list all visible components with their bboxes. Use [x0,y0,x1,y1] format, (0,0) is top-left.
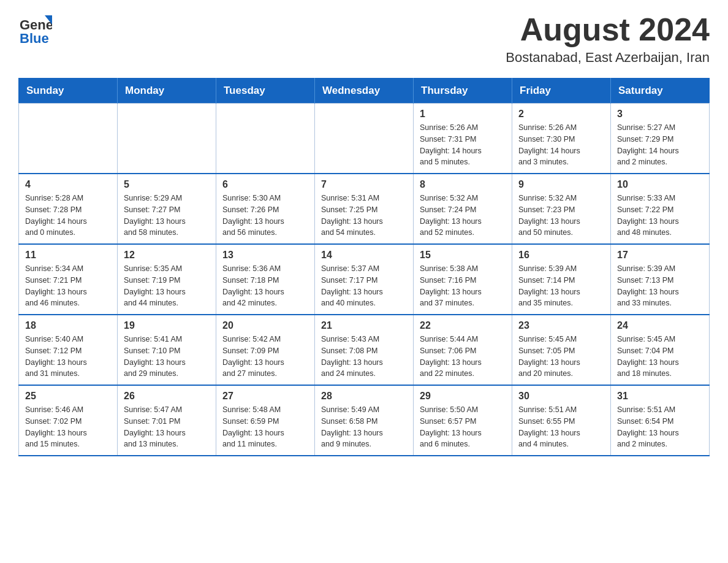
calendar-cell: 31Sunrise: 5:51 AM Sunset: 6:54 PM Dayli… [611,385,710,456]
day-info: Sunrise: 5:27 AM Sunset: 7:29 PM Dayligh… [617,122,703,168]
day-number: 30 [518,391,604,402]
day-number: 9 [518,179,604,190]
title-area: August 2024 Bostanabad, East Azerbaijan,… [506,12,710,66]
day-number: 3 [617,109,703,120]
day-info: Sunrise: 5:36 AM Sunset: 7:18 PM Dayligh… [222,263,308,309]
svg-text:Blue: Blue [20,31,49,46]
day-number: 23 [518,320,604,331]
day-number: 11 [25,250,111,261]
month-title: August 2024 [506,12,710,47]
day-info: Sunrise: 5:37 AM Sunset: 7:17 PM Dayligh… [321,263,407,309]
calendar-cell: 4Sunrise: 5:28 AM Sunset: 7:28 PM Daylig… [19,174,118,244]
weekday-header-sunday: Sunday [19,79,118,104]
calendar-cell: 3Sunrise: 5:27 AM Sunset: 7:29 PM Daylig… [611,104,710,174]
day-info: Sunrise: 5:39 AM Sunset: 7:14 PM Dayligh… [518,263,604,309]
calendar-cell: 26Sunrise: 5:47 AM Sunset: 7:01 PM Dayli… [118,385,216,456]
calendar-cell: 10Sunrise: 5:33 AM Sunset: 7:22 PM Dayli… [611,174,710,244]
logo: General Blue [18,12,52,46]
day-number: 12 [124,250,210,261]
day-info: Sunrise: 5:26 AM Sunset: 7:31 PM Dayligh… [420,122,506,168]
calendar-cell [216,104,315,174]
calendar-cell: 5Sunrise: 5:29 AM Sunset: 7:27 PM Daylig… [118,174,216,244]
calendar-cell: 2Sunrise: 5:26 AM Sunset: 7:30 PM Daylig… [512,104,611,174]
calendar-cell: 13Sunrise: 5:36 AM Sunset: 7:18 PM Dayli… [216,244,315,315]
calendar-cell: 19Sunrise: 5:41 AM Sunset: 7:10 PM Dayli… [118,315,216,385]
calendar-cell: 12Sunrise: 5:35 AM Sunset: 7:19 PM Dayli… [118,244,216,315]
weekday-header-row: SundayMondayTuesdayWednesdayThursdayFrid… [19,79,710,104]
location-title: Bostanabad, East Azerbaijan, Iran [506,50,710,66]
day-info: Sunrise: 5:33 AM Sunset: 7:22 PM Dayligh… [617,193,703,239]
header: General Blue August 2024 Bostanabad, Eas… [18,12,710,66]
day-number: 4 [25,179,111,190]
calendar-cell: 28Sunrise: 5:49 AM Sunset: 6:58 PM Dayli… [315,385,414,456]
calendar-cell: 24Sunrise: 5:45 AM Sunset: 7:04 PM Dayli… [611,315,710,385]
day-info: Sunrise: 5:32 AM Sunset: 7:23 PM Dayligh… [518,193,604,239]
day-number: 17 [617,250,703,261]
calendar-cell: 21Sunrise: 5:43 AM Sunset: 7:08 PM Dayli… [315,315,414,385]
day-info: Sunrise: 5:28 AM Sunset: 7:28 PM Dayligh… [25,193,111,239]
day-number: 22 [420,320,506,331]
calendar-cell [19,104,118,174]
day-info: Sunrise: 5:29 AM Sunset: 7:27 PM Dayligh… [124,193,210,239]
day-number: 8 [420,179,506,190]
day-info: Sunrise: 5:35 AM Sunset: 7:19 PM Dayligh… [124,263,210,309]
day-number: 14 [321,250,407,261]
day-number: 27 [222,391,308,402]
day-info: Sunrise: 5:41 AM Sunset: 7:10 PM Dayligh… [124,334,210,380]
day-info: Sunrise: 5:31 AM Sunset: 7:25 PM Dayligh… [321,193,407,239]
day-info: Sunrise: 5:49 AM Sunset: 6:58 PM Dayligh… [321,404,407,450]
day-info: Sunrise: 5:48 AM Sunset: 6:59 PM Dayligh… [222,404,308,450]
calendar-cell: 6Sunrise: 5:30 AM Sunset: 7:26 PM Daylig… [216,174,315,244]
day-number: 31 [617,391,703,402]
day-number: 7 [321,179,407,190]
calendar-week-row: 4Sunrise: 5:28 AM Sunset: 7:28 PM Daylig… [19,174,710,244]
calendar-cell: 17Sunrise: 5:39 AM Sunset: 7:13 PM Dayli… [611,244,710,315]
day-info: Sunrise: 5:30 AM Sunset: 7:26 PM Dayligh… [222,193,308,239]
day-number: 1 [420,109,506,120]
day-info: Sunrise: 5:26 AM Sunset: 7:30 PM Dayligh… [518,122,604,168]
day-info: Sunrise: 5:44 AM Sunset: 7:06 PM Dayligh… [420,334,506,380]
calendar-cell [315,104,414,174]
day-info: Sunrise: 5:32 AM Sunset: 7:24 PM Dayligh… [420,193,506,239]
day-info: Sunrise: 5:42 AM Sunset: 7:09 PM Dayligh… [222,334,308,380]
day-number: 20 [222,320,308,331]
weekday-header-tuesday: Tuesday [216,79,315,104]
day-number: 15 [420,250,506,261]
day-info: Sunrise: 5:38 AM Sunset: 7:16 PM Dayligh… [420,263,506,309]
calendar-cell: 16Sunrise: 5:39 AM Sunset: 7:14 PM Dayli… [512,244,611,315]
calendar-cell: 22Sunrise: 5:44 AM Sunset: 7:06 PM Dayli… [414,315,512,385]
weekday-header-saturday: Saturday [611,79,710,104]
day-info: Sunrise: 5:34 AM Sunset: 7:21 PM Dayligh… [25,263,111,309]
calendar-cell: 7Sunrise: 5:31 AM Sunset: 7:25 PM Daylig… [315,174,414,244]
calendar-cell: 11Sunrise: 5:34 AM Sunset: 7:21 PM Dayli… [19,244,118,315]
day-info: Sunrise: 5:45 AM Sunset: 7:04 PM Dayligh… [617,334,703,380]
calendar-cell [118,104,216,174]
day-number: 28 [321,391,407,402]
day-number: 19 [124,320,210,331]
calendar-week-row: 11Sunrise: 5:34 AM Sunset: 7:21 PM Dayli… [19,244,710,315]
calendar-cell: 8Sunrise: 5:32 AM Sunset: 7:24 PM Daylig… [414,174,512,244]
day-number: 26 [124,391,210,402]
calendar-week-row: 18Sunrise: 5:40 AM Sunset: 7:12 PM Dayli… [19,315,710,385]
calendar-cell: 30Sunrise: 5:51 AM Sunset: 6:55 PM Dayli… [512,385,611,456]
day-number: 6 [222,179,308,190]
weekday-header-wednesday: Wednesday [315,79,414,104]
day-number: 2 [518,109,604,120]
logo-icon: General Blue [18,12,52,46]
calendar-cell: 25Sunrise: 5:46 AM Sunset: 7:02 PM Dayli… [19,385,118,456]
calendar-week-row: 1Sunrise: 5:26 AM Sunset: 7:31 PM Daylig… [19,104,710,174]
day-info: Sunrise: 5:39 AM Sunset: 7:13 PM Dayligh… [617,263,703,309]
day-number: 5 [124,179,210,190]
day-number: 24 [617,320,703,331]
calendar-cell: 27Sunrise: 5:48 AM Sunset: 6:59 PM Dayli… [216,385,315,456]
day-info: Sunrise: 5:47 AM Sunset: 7:01 PM Dayligh… [124,404,210,450]
day-number: 18 [25,320,111,331]
calendar-cell: 29Sunrise: 5:50 AM Sunset: 6:57 PM Dayli… [414,385,512,456]
calendar-week-row: 25Sunrise: 5:46 AM Sunset: 7:02 PM Dayli… [19,385,710,456]
day-info: Sunrise: 5:46 AM Sunset: 7:02 PM Dayligh… [25,404,111,450]
day-number: 16 [518,250,604,261]
day-info: Sunrise: 5:45 AM Sunset: 7:05 PM Dayligh… [518,334,604,380]
day-info: Sunrise: 5:50 AM Sunset: 6:57 PM Dayligh… [420,404,506,450]
day-info: Sunrise: 5:51 AM Sunset: 6:54 PM Dayligh… [617,404,703,450]
calendar-cell: 18Sunrise: 5:40 AM Sunset: 7:12 PM Dayli… [19,315,118,385]
